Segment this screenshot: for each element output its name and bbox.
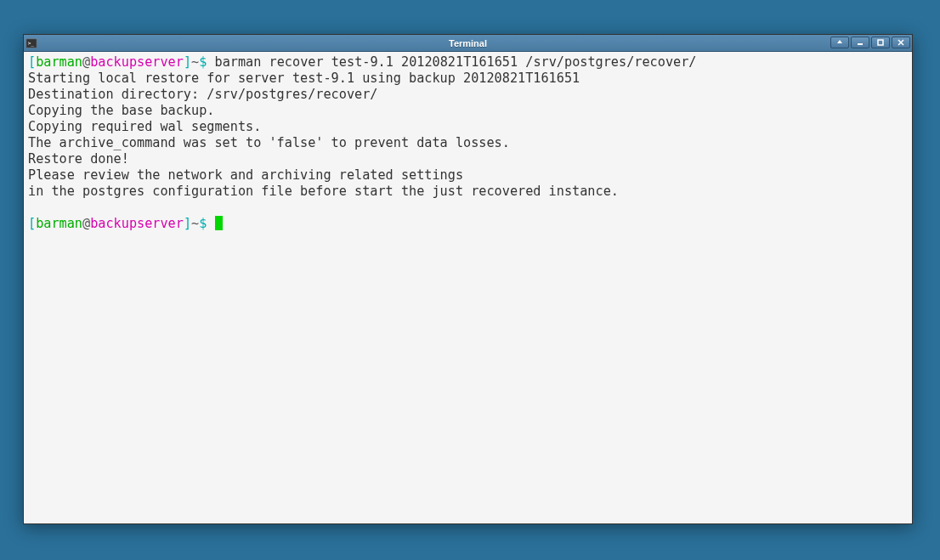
prompt-tilde: ~ bbox=[191, 216, 199, 231]
prompt-user: barman bbox=[36, 216, 82, 231]
close-button[interactable] bbox=[892, 37, 910, 48]
prompt-open-bracket: [ bbox=[28, 54, 36, 70]
titlebar[interactable]: >_ Terminal bbox=[24, 35, 912, 52]
output-line: Copying the base backup. bbox=[28, 103, 908, 119]
output-line: Restore done! bbox=[28, 151, 908, 167]
prompt-host: backupserver bbox=[90, 54, 184, 70]
blank-line bbox=[28, 200, 908, 216]
window-controls bbox=[830, 37, 910, 48]
minimize-button[interactable] bbox=[851, 37, 869, 48]
terminal-body[interactable]: [barman@backupserver]~$ barman recover t… bbox=[24, 52, 912, 523]
svg-text:>_: >_ bbox=[28, 39, 35, 46]
prompt-user: barman bbox=[36, 54, 82, 70]
prompt-host: backupserver bbox=[90, 216, 184, 231]
prompt-close-bracket: ] bbox=[184, 216, 191, 231]
command: barman recover test-9.1 20120821T161651 … bbox=[215, 54, 697, 70]
shade-button[interactable] bbox=[830, 37, 849, 48]
command-text bbox=[207, 54, 214, 70]
svg-rect-2 bbox=[858, 43, 863, 45]
prompt-at: @ bbox=[82, 216, 90, 231]
output-line: Copying required wal segments. bbox=[28, 119, 908, 135]
prompt-line-2: [barman@backupserver]~$ bbox=[28, 216, 908, 232]
output-line: Destination directory: /srv/postgres/rec… bbox=[28, 87, 908, 103]
output-line: Starting local restore for server test-9… bbox=[28, 71, 908, 87]
terminal-app-icon: >_ bbox=[25, 37, 37, 49]
terminal-window: >_ Terminal [barman@backupserver]~$ barm… bbox=[23, 34, 913, 524]
window-title: Terminal bbox=[449, 38, 487, 48]
svg-rect-3 bbox=[878, 40, 883, 45]
prompt-at: @ bbox=[82, 54, 90, 70]
output-line: Please review the network and archiving … bbox=[28, 167, 908, 184]
cursor-icon bbox=[215, 216, 223, 230]
prompt-tilde: ~ bbox=[191, 54, 199, 70]
output-line: The archive_command was set to 'false' t… bbox=[28, 135, 908, 151]
prompt-line-1: [barman@backupserver]~$ barman recover t… bbox=[28, 54, 908, 71]
prompt-open-bracket: [ bbox=[28, 216, 36, 231]
maximize-button[interactable] bbox=[871, 37, 890, 48]
prompt-close-bracket: ] bbox=[184, 54, 191, 70]
output-line: in the postgres configuration file befor… bbox=[28, 184, 908, 200]
